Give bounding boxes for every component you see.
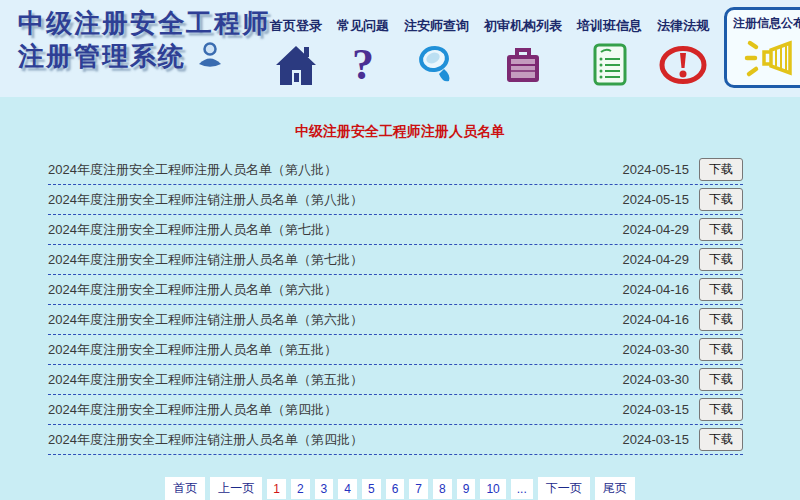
- publish-date: 2024-03-30: [623, 342, 690, 357]
- nav-item-home[interactable]: 首页登录: [270, 17, 322, 88]
- alert-icon: [658, 42, 708, 88]
- search-icon: [414, 42, 460, 88]
- document-name: 2024年度注册安全工程师注册人员名单（第六批）: [48, 281, 623, 299]
- logo-line2: 注册管理系统: [18, 40, 186, 73]
- pagination-next-page-button[interactable]: 下一页: [538, 477, 590, 500]
- download-button[interactable]: 下载: [699, 398, 743, 421]
- briefcase-icon: [502, 42, 544, 88]
- table-row: 2024年度注册安全工程师注销注册人员名单（第七批）2024-04-29下载: [48, 245, 743, 275]
- pagination-page-7[interactable]: 7: [409, 479, 428, 499]
- pagination-page-3[interactable]: 3: [315, 479, 334, 499]
- publish-date: 2024-04-29: [623, 222, 690, 237]
- pagination-prev-page-button[interactable]: 上一页: [210, 477, 262, 500]
- pagination: 首页上一页12345678910...下一页尾页: [0, 477, 800, 500]
- pagination-page-2[interactable]: 2: [291, 479, 310, 499]
- download-button[interactable]: 下载: [699, 158, 743, 181]
- download-button[interactable]: 下载: [699, 368, 743, 391]
- logo-line1: 中级注册安全工程师: [18, 7, 270, 40]
- pagination-page-9[interactable]: 9: [457, 479, 476, 499]
- nav-item-megaphone[interactable]: 注册信息公布: [724, 7, 800, 88]
- document-name: 2024年度注册安全工程师注销注册人员名单（第七批）: [48, 251, 623, 269]
- pagination-page-8[interactable]: 8: [433, 479, 452, 499]
- nav-label: 培训班信息: [577, 17, 642, 35]
- nav-label: 注安师查询: [404, 17, 469, 35]
- document-name: 2024年度注册安全工程师注销注册人员名单（第五批）: [48, 371, 623, 389]
- nav-item-briefcase[interactable]: 初审机构列表: [484, 17, 562, 88]
- publish-date: 2024-04-29: [623, 252, 690, 267]
- download-button[interactable]: 下载: [699, 338, 743, 361]
- main-content: 中级注册安全工程师注册人员名单 2024年度注册安全工程师注册人员名单（第八批）…: [0, 123, 800, 500]
- download-button[interactable]: 下载: [699, 248, 743, 271]
- page-title: 中级注册安全工程师注册人员名单: [0, 123, 800, 141]
- publish-date: 2024-03-30: [623, 372, 690, 387]
- download-button[interactable]: 下载: [699, 218, 743, 241]
- document-name: 2024年度注册安全工程师注册人员名单（第八批）: [48, 161, 623, 179]
- nav-label: 注册信息公布: [733, 15, 800, 32]
- pagination-last-page-button[interactable]: 尾页: [595, 477, 635, 500]
- nav-item-question[interactable]: 常见问题?: [337, 17, 389, 88]
- nav-item-document[interactable]: 培训班信息: [577, 17, 642, 88]
- download-button[interactable]: 下载: [699, 278, 743, 301]
- main-nav: 首页登录常见问题?注安师查询初审机构列表培训班信息法律法规注册信息公布: [270, 0, 800, 88]
- table-row: 2024年度注册安全工程师注册人员名单（第五批）2024-03-30下载: [48, 335, 743, 365]
- table-row: 2024年度注册安全工程师注销注册人员名单（第八批）2024-05-15下载: [48, 185, 743, 215]
- document-name: 2024年度注册安全工程师注销注册人员名单（第六批）: [48, 311, 623, 329]
- pagination-first-page-button[interactable]: 首页: [165, 477, 205, 500]
- site-logo: 中级注册安全工程师 注册管理系统: [18, 7, 270, 73]
- nav-item-alert[interactable]: 法律法规: [657, 17, 709, 88]
- pagination-page-5[interactable]: 5: [362, 479, 381, 499]
- table-row: 2024年度注册安全工程师注册人员名单（第四批）2024-03-15下载: [48, 395, 743, 425]
- question-icon: ?: [352, 42, 374, 88]
- pagination-page-4[interactable]: 4: [338, 479, 357, 499]
- pagination-page-6[interactable]: 6: [386, 479, 405, 499]
- megaphone-icon: [742, 35, 796, 81]
- table-row: 2024年度注册安全工程师注册人员名单（第八批）2024-05-15下载: [48, 155, 743, 185]
- table-row: 2024年度注册安全工程师注销注册人员名单（第四批）2024-03-15下载: [48, 425, 743, 455]
- download-list: 2024年度注册安全工程师注册人员名单（第八批）2024-05-15下载2024…: [48, 155, 743, 455]
- download-button[interactable]: 下载: [699, 428, 743, 451]
- nav-label: 首页登录: [270, 17, 322, 35]
- table-row: 2024年度注册安全工程师注册人员名单（第七批）2024-04-29下载: [48, 215, 743, 245]
- publish-date: 2024-05-15: [623, 192, 690, 207]
- document-name: 2024年度注册安全工程师注销注册人员名单（第八批）: [48, 191, 623, 209]
- nav-label: 法律法规: [657, 17, 709, 35]
- nav-label: 初审机构列表: [484, 17, 562, 35]
- publish-date: 2024-03-15: [623, 402, 690, 417]
- table-row: 2024年度注册安全工程师注册人员名单（第六批）2024-04-16下载: [48, 275, 743, 305]
- document-name: 2024年度注册安全工程师注册人员名单（第七批）: [48, 221, 623, 239]
- download-button[interactable]: 下载: [699, 188, 743, 211]
- document-icon: [591, 42, 629, 88]
- table-row: 2024年度注册安全工程师注销注册人员名单（第五批）2024-03-30下载: [48, 365, 743, 395]
- publish-date: 2024-04-16: [623, 312, 690, 327]
- nav-item-search[interactable]: 注安师查询: [404, 17, 469, 88]
- home-icon: [273, 42, 319, 88]
- publish-date: 2024-04-16: [623, 282, 690, 297]
- pagination-page-10[interactable]: 10: [480, 479, 505, 499]
- pagination-ellipsis: ...: [511, 479, 533, 499]
- pagination-page-1[interactable]: 1: [267, 479, 286, 499]
- header: 中级注册安全工程师 注册管理系统 首页登录常见问题?注安师查询初审机构列表培训班…: [0, 0, 800, 97]
- nav-label: 常见问题: [337, 17, 389, 35]
- publish-date: 2024-03-15: [623, 432, 690, 447]
- person-icon: [196, 41, 224, 73]
- document-name: 2024年度注册安全工程师注册人员名单（第四批）: [48, 401, 623, 419]
- publish-date: 2024-05-15: [623, 162, 690, 177]
- table-row: 2024年度注册安全工程师注销注册人员名单（第六批）2024-04-16下载: [48, 305, 743, 335]
- download-button[interactable]: 下载: [699, 308, 743, 331]
- document-name: 2024年度注册安全工程师注册人员名单（第五批）: [48, 341, 623, 359]
- document-name: 2024年度注册安全工程师注销注册人员名单（第四批）: [48, 431, 623, 449]
